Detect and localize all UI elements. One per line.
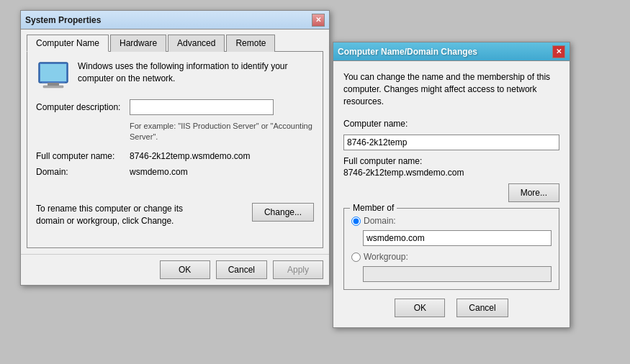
computer-name-input[interactable] (343, 135, 559, 150)
tab-computer-name[interactable]: Computer Name (27, 35, 109, 52)
rename-text: To rename this computer or change its do… (36, 203, 194, 227)
computer-description-row: Computer description: (36, 99, 314, 115)
domain-changes-close-button[interactable]: ✕ (552, 45, 565, 58)
full-computer-name-row: Full computer name: 8746-2k12temp.wsmdem… (36, 151, 314, 161)
full-computer-name-label2: Full computer name: (343, 156, 422, 166)
svg-rect-2 (48, 83, 59, 86)
domain-changes-info: You can change the name and the membersh… (343, 71, 559, 107)
computer-description-input[interactable] (130, 99, 274, 115)
title-bar-buttons: ✕ (312, 14, 325, 27)
workgroup-input[interactable] (363, 266, 552, 282)
domain-changes-title-buttons: ✕ (552, 45, 565, 58)
system-properties-title-bar: System Properties ✕ (21, 11, 329, 29)
workgroup-radio-label: Workgroup: (364, 252, 408, 262)
tab-bar: Computer Name Hardware Advanced Remote (21, 29, 329, 51)
domain-radio-label: Domain: (364, 216, 396, 226)
tab-remote[interactable]: Remote (226, 35, 275, 52)
domain-changes-window: Computer Name/Domain Changes ✕ You can c… (333, 42, 570, 328)
domain-label: Domain: (36, 167, 130, 177)
svg-rect-4 (42, 81, 65, 83)
cancel-button[interactable]: Cancel (216, 260, 267, 279)
full-computer-name-label: Full computer name: (36, 151, 130, 161)
tab-advanced[interactable]: Advanced (168, 35, 225, 52)
full-computer-name-value2: 8746-2k12temp.wsmdemo.com (343, 168, 559, 178)
domain-radio[interactable] (351, 217, 361, 226)
system-properties-window: System Properties ✕ Computer Name Hardwa… (20, 10, 330, 286)
full-name-label-row: Full computer name: (343, 156, 559, 166)
workgroup-radio-row: Workgroup: (351, 252, 552, 262)
more-button[interactable]: More... (508, 183, 559, 202)
change-button[interactable]: Change... (252, 203, 314, 222)
domain-input[interactable] (363, 230, 552, 246)
example-text: For example: "IIS Production Server" or … (130, 121, 314, 143)
dialog2-bottom-buttons: OK Cancel (343, 290, 559, 317)
close-button[interactable]: ✕ (312, 14, 325, 27)
bottom-buttons: OK Cancel Apply (21, 254, 329, 285)
computer-description-label: Computer description: (36, 102, 130, 112)
computer-icon (36, 61, 71, 90)
domain-radio-row: Domain: (351, 216, 552, 226)
workgroup-radio[interactable] (351, 252, 361, 262)
dialog2-ok-button[interactable]: OK (395, 299, 445, 317)
tab-hardware[interactable]: Hardware (110, 35, 166, 52)
computer-name-label: Computer name: (343, 119, 408, 129)
member-of-label: Member of (350, 203, 397, 213)
computer-name-label-row: Computer name: (343, 119, 559, 129)
apply-button[interactable]: Apply (273, 260, 323, 279)
svg-rect-3 (43, 86, 63, 88)
system-properties-title: System Properties (25, 15, 101, 25)
domain-changes-title-bar: Computer Name/Domain Changes ✕ (333, 42, 570, 61)
member-of-groupbox: Member of Domain: Workgroup: (343, 208, 559, 290)
domain-row: Domain: wsmdemo.com (36, 167, 314, 177)
ok-button[interactable]: OK (160, 260, 210, 279)
info-text: Windows uses the following information t… (78, 60, 314, 85)
svg-rect-1 (40, 64, 66, 81)
dialog2-cancel-button[interactable]: Cancel (456, 299, 508, 317)
domain-changes-title: Computer Name/Domain Changes (338, 47, 477, 57)
domain-value: wsmdemo.com (130, 167, 188, 177)
tab-content-computer-name: Windows uses the following information t… (27, 51, 323, 248)
domain-changes-content: You can change the name and the membersh… (333, 61, 570, 327)
icon-area: Windows uses the following information t… (36, 60, 314, 91)
full-computer-name-value: 8746-2k12temp.wsmdemo.com (130, 151, 250, 161)
